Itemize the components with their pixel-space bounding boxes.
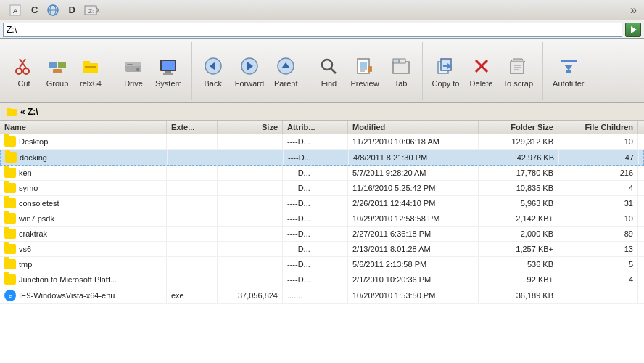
file-folder-size: 1,257 KB+: [479, 242, 558, 256]
file-children: 4: [558, 181, 638, 195]
address-bar: [0, 20, 644, 39]
table-row[interactable]: Junction to Microsoft Platf... ----D... …: [0, 272, 644, 287]
col-attr[interactable]: Attrib...: [283, 121, 348, 134]
folder-icon: [4, 213, 16, 224]
folder-icon: [5, 152, 17, 163]
file-name: symo: [0, 181, 167, 195]
file-size: [218, 242, 283, 256]
file-children: 5: [558, 257, 638, 272]
table-row[interactable]: docking ----D... 4/8/2011 8:21:30 PM 42,…: [0, 150, 644, 166]
find-button[interactable]: Find: [312, 45, 345, 97]
svg-rect-57: [7, 108, 11, 111]
back-button[interactable]: Back: [197, 45, 230, 97]
top-icon-network[interactable]: [43, 2, 63, 18]
folder-icon: [4, 136, 16, 147]
col-folder-size[interactable]: Folder Size: [479, 121, 558, 134]
file-modified: 2/1/2010 10:20:36 PM: [348, 272, 479, 287]
file-ext: [167, 134, 218, 149]
svg-rect-16: [83, 61, 90, 65]
file-children: 4: [558, 272, 638, 287]
file-modified: 4/8/2011 8:21:30 PM: [349, 150, 479, 165]
file-children: 13: [558, 242, 638, 256]
file-attr: .......: [283, 287, 348, 303]
file-attr: ----D...: [283, 166, 348, 180]
file-modified: 2/13/2011 8:01:28 AM: [348, 242, 479, 256]
preview-button[interactable]: Preview: [345, 45, 384, 97]
file-folder-size: 536 KB: [479, 257, 558, 272]
svg-rect-15: [83, 63, 98, 73]
file-name: eIE9-WindowsVista-x64-enu: [0, 287, 167, 303]
file-size: [218, 134, 283, 149]
top-icon-Z[interactable]: Z:: [80, 2, 104, 18]
file-attr: ----D...: [283, 134, 348, 149]
table-row[interactable]: vs6 ----D... 2/13/2011 8:01:28 AM 1,257 …: [0, 242, 644, 257]
ie-icon: e: [4, 290, 16, 301]
col-file-children[interactable]: File Children: [558, 121, 638, 134]
relx64-button[interactable]: relx64: [74, 45, 107, 97]
file-row-end: [638, 242, 644, 256]
folder-icon: [4, 183, 16, 193]
table-row[interactable]: tmp ----D... 5/6/2011 2:13:58 PM 536 KB …: [0, 257, 644, 272]
address-input[interactable]: [3, 23, 622, 37]
parent-button[interactable]: Parent: [269, 45, 302, 97]
file-folder-size: 5,963 KB: [479, 196, 558, 211]
table-row[interactable]: Desktop ----D... 11/21/2010 10:06:18 AM …: [0, 134, 644, 150]
file-name: tmp: [0, 257, 167, 272]
file-folder-size: 129,312 KB: [479, 134, 558, 149]
table-row[interactable]: eIE9-WindowsVista-x64-enu exe 37,056,824…: [0, 287, 644, 304]
toolbar-group-2: Drive System: [112, 42, 192, 100]
cut-button[interactable]: Cut: [7, 45, 41, 97]
file-modified: 2/26/2011 12:44:10 PM: [348, 196, 479, 211]
svg-rect-21: [127, 64, 133, 65]
forward-button[interactable]: Forward: [230, 45, 269, 97]
col-ext[interactable]: Exte...: [167, 121, 218, 134]
toscrap-button[interactable]: To scrap: [498, 45, 539, 97]
delete-button[interactable]: Delete: [465, 45, 498, 97]
file-attr: ----D...: [283, 181, 348, 195]
file-ext: exe: [167, 287, 218, 303]
system-button[interactable]: System: [150, 45, 187, 97]
file-size: [218, 150, 284, 165]
top-icon-A[interactable]: A: [6, 2, 26, 18]
more-btn[interactable]: »: [629, 2, 638, 18]
file-children: 10: [558, 211, 638, 226]
file-size: 37,056,824: [218, 287, 283, 303]
table-row[interactable]: symo ----D... 11/16/2010 5:25:42 PM 10,8…: [0, 181, 644, 196]
file-row-end: [638, 227, 644, 241]
file-row-end: [638, 166, 644, 180]
breadcrumb: « Z:\: [0, 103, 644, 121]
file-size: [218, 257, 283, 272]
file-modified: 5/7/2011 9:28:20 AM: [348, 166, 479, 180]
table-row[interactable]: craktrak ----D... 2/27/2011 6:36:18 PM 2…: [0, 227, 644, 242]
file-children: [558, 287, 638, 303]
svg-rect-17: [85, 66, 96, 68]
file-modified: 10/20/2010 1:53:50 PM: [348, 287, 479, 303]
file-modified: 11/16/2010 5:25:42 PM: [348, 181, 479, 195]
folder-icon: [4, 198, 16, 208]
file-row-end: [638, 211, 644, 226]
drive-button[interactable]: Drive: [117, 45, 150, 97]
svg-text:A: A: [13, 7, 17, 15]
group-button[interactable]: Group: [41, 45, 74, 97]
col-name[interactable]: Name: [0, 121, 167, 134]
top-icon-C[interactable]: C: [28, 3, 41, 17]
copyto-button[interactable]: Copy to: [427, 45, 465, 97]
toolbar-group-3: Back Forward Parent: [192, 42, 308, 100]
file-size: [218, 227, 283, 241]
table-row[interactable]: ken ----D... 5/7/2011 9:28:20 AM 17,780 …: [0, 166, 644, 181]
autofilter-button[interactable]: Autofilter: [548, 45, 589, 97]
tab-button[interactable]: Tab: [384, 45, 418, 97]
file-ext: [167, 227, 218, 241]
address-go-button[interactable]: [625, 23, 641, 37]
folder-icon: [4, 259, 16, 269]
top-icon-D[interactable]: D: [65, 3, 78, 17]
table-row[interactable]: win7 psdk ----D... 10/29/2010 12:58:58 P…: [0, 211, 644, 227]
file-folder-size: 2,000 KB: [479, 227, 558, 241]
breadcrumb-text: « Z:\: [20, 107, 38, 117]
svg-rect-41: [400, 59, 405, 63]
table-row[interactable]: consoletest ----D... 2/26/2011 12:44:10 …: [0, 196, 644, 211]
file-attr: ----D...: [283, 257, 348, 272]
col-size[interactable]: Size: [218, 121, 283, 134]
col-modified[interactable]: Modified: [348, 121, 479, 134]
svg-text:Z:: Z:: [88, 8, 94, 15]
